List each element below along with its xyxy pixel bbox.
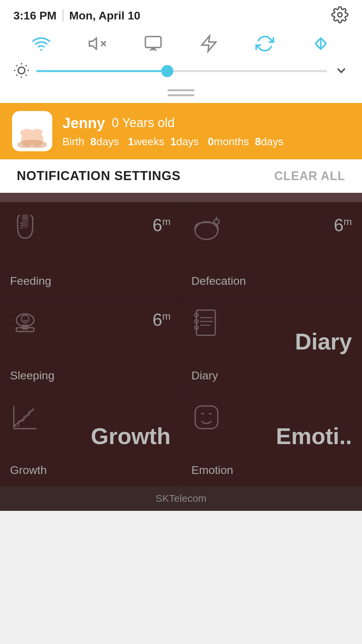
brightness-thumb[interactable] [161, 65, 173, 77]
svg-line-13 [16, 65, 17, 66]
svg-rect-5 [145, 37, 161, 48]
emotion-label: Emotion [191, 464, 352, 477]
svg-line-18 [26, 65, 27, 66]
carrier-text: SKTelecom [156, 493, 206, 504]
mute-icon[interactable] [88, 34, 107, 53]
svg-marker-2 [89, 38, 97, 49]
baby-info: Jenny 0 Years old Birth 8days 1weeks 1da… [62, 115, 350, 148]
feeding-icon [10, 213, 40, 245]
clear-all-button[interactable]: CLEAR ALL [274, 169, 345, 183]
baby-name-age-row: Jenny 0 Years old [62, 115, 350, 131]
weeks-unit: weeks [134, 136, 164, 148]
screen-share-icon[interactable] [144, 34, 163, 53]
growth-big-label: Growth [91, 423, 171, 449]
birth-days-unit: days [96, 136, 119, 148]
defecation-icon [191, 213, 222, 245]
svg-point-40 [21, 315, 29, 323]
svg-line-17 [16, 75, 17, 76]
defecation-label: Defecation [191, 274, 352, 287]
svg-marker-7 [202, 36, 216, 52]
drag-handle [0, 86, 362, 103]
svg-rect-30 [23, 218, 28, 227]
months-days-unit: days [261, 136, 284, 148]
emotion-cell[interactable]: Emoti.. Emotion [181, 392, 362, 486]
growth-icon [10, 402, 40, 434]
chevron-down-icon[interactable] [334, 63, 349, 79]
svg-rect-41 [196, 310, 215, 335]
date-display: Mon, April 10 [69, 9, 140, 22]
svg-point-35 [214, 219, 219, 224]
wifi-icon[interactable] [32, 34, 51, 53]
notification-settings-header: NOTIFICATION SETTINGS CLEAR ALL [0, 159, 362, 193]
baby-name: Jenny [62, 115, 105, 131]
sync-icon[interactable] [255, 34, 274, 53]
status-bar: 3:16 PM Mon, April 10 [0, 0, 362, 28]
diary-cell[interactable]: Diary Diary [181, 298, 362, 391]
emotion-icon [191, 402, 222, 434]
growth-label: Growth [10, 464, 171, 477]
diary-icon [191, 308, 222, 339]
flashlight-icon[interactable] [199, 34, 218, 53]
status-info: 3:16 PM Mon, April 10 [13, 9, 140, 22]
sleeping-label: Sleeping [10, 369, 171, 382]
notification-settings-title: NOTIFICATION SETTINGS [17, 169, 181, 183]
svg-point-10 [18, 67, 25, 74]
sort-icon[interactable] [311, 34, 330, 53]
time-display: 3:16 PM [13, 9, 57, 22]
baby-photo [12, 111, 52, 151]
svg-rect-50 [195, 406, 218, 429]
drag-handle-bar [168, 89, 194, 91]
carrier-bar: SKTelecom [0, 486, 362, 511]
svg-point-34 [195, 222, 218, 239]
emotion-big-label: Emoti.. [276, 423, 352, 449]
baby-age: 0 Years old [112, 116, 175, 130]
growth-cell[interactable]: Growth Growth [0, 392, 181, 486]
birth-label: Birth [62, 136, 84, 148]
svg-point-1 [41, 49, 43, 51]
partial-row-top [0, 193, 362, 203]
svg-line-14 [26, 75, 27, 76]
birth-months: 0 [208, 136, 214, 148]
status-divider [63, 9, 63, 21]
quick-settings-row [0, 28, 362, 59]
brightness-icon [13, 62, 29, 80]
weeks-days-unit: days [176, 136, 199, 148]
diary-big-label: Diary [295, 328, 352, 355]
svg-point-28 [39, 130, 43, 134]
settings-icon[interactable] [331, 6, 349, 25]
brightness-row [0, 59, 362, 86]
feeding-cell[interactable]: 6m Feeding [0, 203, 181, 297]
diary-label: Diary [191, 369, 352, 382]
drag-handle-bar-2 [168, 94, 194, 96]
sleeping-icon [10, 308, 40, 339]
birth-days: 8 [90, 136, 97, 148]
svg-point-0 [338, 13, 342, 17]
feeding-label: Feeding [10, 274, 171, 287]
notification-grid: 6m Feeding 6m Defecation [0, 203, 362, 486]
brightness-slider[interactable] [36, 70, 327, 72]
baby-banner[interactable]: Jenny 0 Years old Birth 8days 1weeks 1da… [0, 103, 362, 159]
sleeping-cell[interactable]: 6m Sleeping [0, 298, 181, 391]
birth-weeks: 1 [128, 136, 134, 148]
baby-birth-info: Birth 8days 1weeks 1days 0months 8days [62, 136, 350, 148]
months-unit: months [214, 136, 249, 148]
birth-weeks-days: 1 [170, 136, 176, 148]
birth-months-days: 8 [255, 136, 261, 148]
defecation-cell[interactable]: 6m Defecation [181, 203, 362, 297]
